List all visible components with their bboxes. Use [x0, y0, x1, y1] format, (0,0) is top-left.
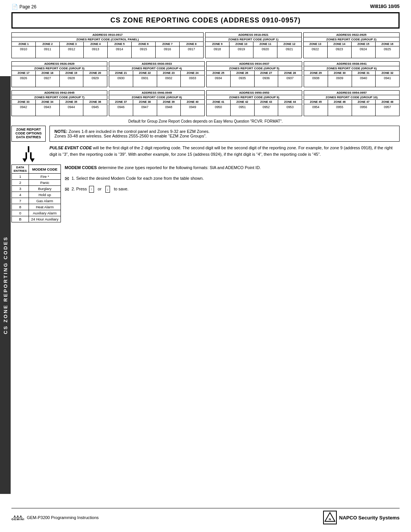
note-label: NOTE:	[54, 129, 67, 134]
entry-value: 0	[12, 210, 29, 216]
pulse-event-description: will be the first digit of the 2 digit r…	[49, 145, 393, 157]
zone-col: ZONE 20 0929	[83, 71, 107, 87]
table-row: B24 Hour Auxiliary	[12, 216, 61, 222]
zone-col: ZONE 11 0920	[253, 42, 277, 58]
page-footer: ▲▲▲ GEMINI GEM-P3200 Programming Instruc…	[11, 508, 400, 524]
zone-col: ZONE 39 0948	[157, 100, 181, 116]
modem-code-value: Fire *	[29, 174, 61, 180]
zone-options-line2: CODE OPTIONS	[14, 131, 43, 135]
zone-col: ZONE 29 0938	[304, 71, 328, 87]
address-block-0926: ADDRESS 0926-0929 ZONES REPORT CODE (GRO…	[11, 61, 107, 87]
col-header-modem: MODEM CODE	[29, 165, 61, 174]
zone-col: ZONE 40 0949	[181, 100, 204, 116]
modem-text-section: MODEM CODES determine the zone types rep…	[65, 165, 400, 222]
zone-col: ZONE 10 0919	[229, 42, 253, 58]
zone-report-header-0934: ZONES REPORT CODE (GROUP 5)	[207, 66, 302, 71]
zone-report-header-0922: ZONES REPORT CODE (GROUP 2)	[304, 37, 400, 42]
napco-logo-box: N	[323, 511, 337, 524]
address-row-1: ADDRESS 0910-0917 ZONES REPORT CODE (CON…	[11, 32, 400, 58]
zone-col: ZONE 31 0940	[352, 71, 376, 87]
zone-col: ZONE 36 0945	[83, 100, 107, 116]
zone-cols-0946: ZONE 37 0946 ZONE 38 0947 ZONE 39 0948 Z…	[109, 100, 204, 116]
address-block-0954: ADDRESS 0954-0957 ZONES REPORT CODE (GRO…	[304, 90, 400, 116]
modem-codes-text: determine the zone types reported for th…	[97, 165, 261, 170]
arrow-head-1	[22, 158, 27, 162]
zone-options-box: ZONE REPORT CODE OPTIONS DATA ENTRIES	[11, 126, 46, 142]
svg-text:N: N	[329, 518, 331, 521]
zone-report-header-0942: ZONES REPORT CODE (GROUP 7)	[12, 95, 107, 100]
step2-icon: ✉	[65, 185, 69, 193]
step2-end: to save.	[114, 186, 129, 193]
zone-col: ZONE 21 0930	[109, 71, 133, 87]
address-block-0938: ADDRESS 0938-0941 ZONES REPORT CODE (GRO…	[304, 61, 400, 87]
zone-col: ZONE 18 0927	[36, 71, 60, 87]
default-note: Default for Group Zone Report Codes depe…	[11, 119, 400, 123]
zone-col: ZONE 45 0954	[304, 100, 328, 116]
zone-cols-0938: ZONE 29 0938 ZONE 30 0939 ZONE 31 0940 Z…	[304, 71, 399, 87]
entry-value: 1	[12, 174, 29, 180]
zone-col: ZONE 5 0914	[108, 42, 132, 58]
addr-header-0946: ADDRESS 0946-0949	[109, 91, 204, 95]
table-row: 0Auxiliary Alarm	[12, 210, 61, 216]
footer-product-name: GEM-P3200 Programming Instructions	[27, 515, 99, 520]
step1-text: 1. Select the desired Modem Code for eac…	[72, 175, 204, 182]
modem-code-value: Heat Alarm	[29, 204, 61, 210]
zone-col: ZONE 23 0932	[157, 71, 181, 87]
zone-report-header-0950: ZONES REPORT CODE (GROUP 9)	[207, 95, 302, 100]
step1: ✉ 1. Select the desired Modem Code for e…	[65, 174, 400, 183]
zone-col: ZONE 30 0939	[328, 71, 352, 87]
address-block-0942: ADDRESS 0942-0945 ZONES REPORT CODE (GRO…	[11, 90, 107, 116]
table-row: 7Gas Alarm	[12, 198, 61, 204]
entry-value: 4	[12, 192, 29, 198]
addr-header-0930: ADDRESS 0930-0933	[109, 62, 204, 66]
zone-cols-0910: ZONE 1 0910 ZONE 2 0911 ZONE 3 0912 ZONE…	[12, 42, 203, 58]
zone-col: ZONE 1 0910	[12, 42, 36, 58]
addr-header-0954: ADDRESS 0954-0957	[304, 91, 399, 95]
zone-report-header-0918: ZONES REPORT CODE (GROUP 1)	[206, 37, 301, 42]
table-row: 3Burglary	[12, 186, 61, 192]
entry-value: 7	[12, 198, 29, 204]
gemini-logo-text: GEMINI	[11, 518, 24, 521]
address-block-0934: ADDRESS 0934-0937 ZONES REPORT CODE (GRO…	[206, 61, 302, 87]
page-number: 📄 Page 26	[11, 4, 37, 10]
modem-code-value: Panic	[29, 180, 61, 186]
pulse-event-text: PULSE EVENT CODE will be the first digit…	[49, 145, 400, 157]
address-block-0930: ADDRESS 0930-0933 ZONES REPORT CODE (GRO…	[109, 61, 205, 87]
entry-value: B	[12, 216, 29, 222]
zone-col: ZONE 48 0957	[376, 100, 399, 116]
footer-right: N NAPCO Security Systems	[323, 511, 400, 524]
key-icon-1: ↑	[89, 186, 94, 193]
zone-col: ZONE 27 0936	[255, 71, 279, 87]
key-icon-2: ↓	[105, 186, 110, 193]
zone-report-header-0954: ZONES REPORT CODE (GROUP 10)	[304, 95, 399, 100]
main-title: CS ZONE REPORTING CODES (ADDRESS 0910-09…	[11, 12, 400, 29]
zone-report-header-0910: ZONES REPORT CODE (CONTROL PANEL)	[12, 37, 203, 42]
side-label-text: CS ZONE REPORTING CODES	[3, 236, 8, 334]
modem-code-value: Gas Alarm	[29, 198, 61, 204]
zone-options-line3: DATA ENTRIES	[14, 135, 43, 139]
zone-cols-0934: ZONE 25 0934 ZONE 26 0935 ZONE 27 0936 Z…	[207, 71, 302, 87]
zone-col: ZONE 24 0933	[181, 71, 204, 87]
zone-cols-0954: ZONE 45 0954 ZONE 46 0955 ZONE 47 0956 Z…	[304, 100, 399, 116]
step2-text: 2. Press	[72, 186, 87, 193]
note-text: Zones 1-8 are included in the control pa…	[54, 129, 210, 138]
zone-col: ZONE 41 0950	[207, 100, 231, 116]
zone-report-header-0938: ZONES REPORT CODE (GROUP 6)	[304, 66, 399, 71]
addr-header-0910: ADDRESS 0910-0917	[12, 33, 203, 37]
addr-header-0942: ADDRESS 0942-0945	[12, 91, 107, 95]
gemini-logo-top: ▲▲▲	[13, 514, 22, 518]
arrow-head-2	[30, 158, 35, 162]
zone-report-header-0946: ZONES REPORT CODE (GROUP 8)	[109, 95, 204, 100]
zone-col: ZONE 46 0955	[328, 100, 352, 116]
modem-code-value: Auxiliary Alarm	[29, 210, 61, 216]
zone-col: ZONE 43 0952	[255, 100, 279, 116]
address-block-0918: ADDRESS 0918-0921 ZONES REPORT CODE (GRO…	[205, 32, 302, 58]
zone-col: ZONE 13 0922	[304, 42, 328, 58]
company-name: NAPCO Security Systems	[339, 515, 400, 521]
side-label: CS ZONE REPORTING CODES	[0, 76, 11, 494]
zone-col: ZONE 16 0925	[376, 42, 399, 58]
table-row: 4Hold up	[12, 192, 61, 198]
zone-col: ZONE 6 0915	[132, 42, 156, 58]
arrow-stem-1	[28, 146, 29, 152]
address-block-0910: ADDRESS 0910-0917 ZONES REPORT CODE (CON…	[11, 32, 204, 58]
